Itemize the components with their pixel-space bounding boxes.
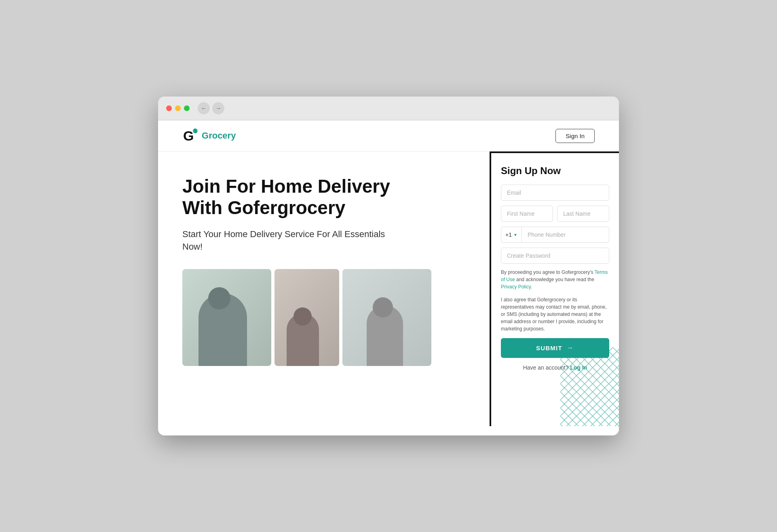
sign-in-button[interactable]: Sign In: [555, 129, 595, 143]
traffic-lights: [166, 105, 190, 111]
phone-code-value: +1: [505, 231, 512, 238]
signup-title: Sign Up Now: [501, 165, 609, 177]
terms-text: By proceeding you agree to Gofergrocery'…: [501, 269, 609, 290]
phone-code-dropdown[interactable]: +1 ▼: [501, 227, 522, 243]
traffic-light-red[interactable]: [166, 105, 172, 111]
privacy-link[interactable]: Privacy Policy: [501, 284, 531, 290]
chevron-down-icon: ▼: [513, 233, 517, 237]
submit-button[interactable]: SUBMIT →: [501, 338, 609, 358]
decorative-pattern: [560, 347, 619, 426]
arrow-right-icon: →: [566, 344, 574, 352]
site-header: G Grocery Sign In: [158, 120, 619, 151]
phone-row: +1 ▼: [501, 227, 609, 243]
hero-image-3: [342, 269, 431, 366]
sms-consent-text: I also agree that Gofergrocery or its re…: [501, 296, 609, 332]
back-button[interactable]: ←: [198, 102, 210, 114]
submit-label: SUBMIT: [536, 345, 562, 351]
hero-title: Join For Home Delivery With Gofergrocery: [182, 176, 409, 219]
password-group: [501, 248, 609, 264]
nav-buttons: ← →: [198, 102, 224, 114]
password-input[interactable]: [501, 248, 609, 264]
svg-text:G: G: [183, 128, 194, 143]
hero-image-2: [274, 269, 339, 366]
phone-input[interactable]: [522, 227, 609, 243]
login-prompt: Have an account? Log In: [501, 364, 609, 371]
main-content: Join For Home Delivery With Gofergrocery…: [158, 151, 619, 426]
person-head-1: [208, 287, 230, 309]
name-row: [501, 206, 609, 222]
forward-button[interactable]: →: [212, 102, 224, 114]
signup-panel: Sign Up Now +1 ▼: [490, 151, 619, 426]
last-name-input[interactable]: [557, 206, 609, 222]
logo: G Grocery: [182, 127, 236, 145]
email-group: [501, 185, 609, 201]
browser-chrome: ← →: [158, 97, 619, 120]
traffic-light-yellow[interactable]: [175, 105, 181, 111]
first-name-input[interactable]: [501, 206, 553, 222]
log-in-link[interactable]: Log In: [570, 364, 587, 371]
diamond-pattern-svg: [560, 347, 619, 426]
have-account-text: Have an account?: [523, 364, 569, 371]
logo-accent: G: [202, 130, 209, 141]
email-input[interactable]: [501, 185, 609, 201]
browser-content: G Grocery Sign In Join For Home Delivery…: [158, 120, 619, 435]
logo-text: Grocery: [202, 130, 236, 141]
hero-image-1: [182, 269, 271, 366]
svg-rect-4: [560, 347, 619, 426]
browser-window: ← → G Grocery Sign In: [158, 97, 619, 435]
hero-subtitle: Start Your Home Delivery Service For All…: [182, 228, 393, 253]
logo-icon: G: [182, 127, 200, 145]
traffic-light-green[interactable]: [184, 105, 190, 111]
